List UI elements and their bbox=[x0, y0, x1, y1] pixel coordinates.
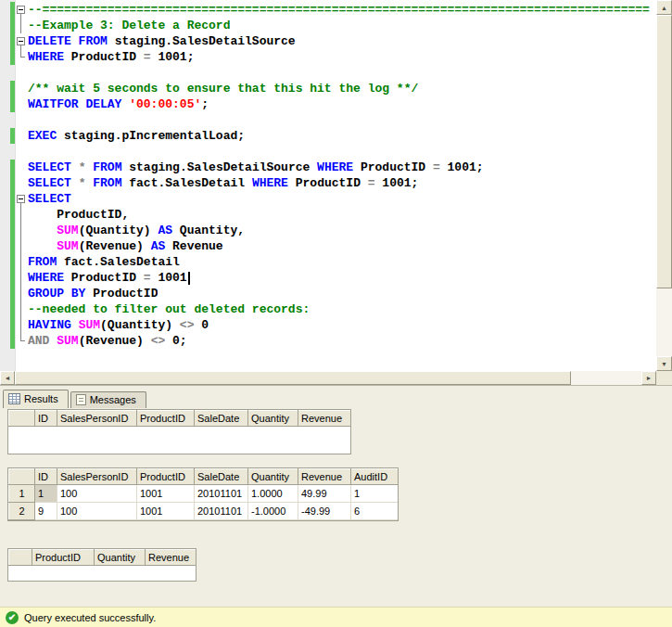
token: 1001; bbox=[151, 50, 195, 64]
code-line[interactable]: DELETE FROM staging.SalesDetailSource bbox=[0, 33, 656, 49]
column-header[interactable]: Quantity bbox=[248, 469, 298, 485]
code-line[interactable] bbox=[0, 144, 656, 160]
token: fact.SalesDetail bbox=[121, 176, 251, 190]
fold-end-tick bbox=[20, 340, 25, 341]
grid-cell[interactable]: 6 bbox=[351, 503, 399, 520]
grid-cell[interactable]: 1001 bbox=[137, 485, 195, 503]
column-header[interactable]: SaleDate bbox=[195, 469, 248, 485]
grid-cell[interactable]: 1.0000 bbox=[248, 485, 298, 503]
fold-line bbox=[20, 207, 21, 223]
grid-cell[interactable]: 20101101 bbox=[195, 485, 248, 503]
column-header[interactable]: SaleDate bbox=[195, 411, 248, 427]
column-header[interactable]: Revenue bbox=[298, 411, 351, 427]
code-line[interactable] bbox=[0, 112, 656, 128]
status-text: Query executed successfully. bbox=[24, 612, 156, 623]
token: ; bbox=[201, 97, 209, 111]
code-text: SELECT * FROM fact.SalesDetail WHERE Pro… bbox=[28, 175, 418, 191]
line-gutter bbox=[0, 175, 16, 191]
change-tracking-bar bbox=[10, 96, 15, 112]
token: WHERE bbox=[317, 160, 353, 174]
code-line[interactable]: WAITFOR DELAY '00:00:05'; bbox=[0, 96, 656, 112]
code-line[interactable]: WHERE ProductID = 1001; bbox=[0, 49, 656, 65]
column-header[interactable]: Revenue bbox=[146, 550, 197, 566]
code-line[interactable]: SUM(Quantity) AS Quantity, bbox=[0, 223, 656, 238]
fold-line bbox=[20, 238, 21, 254]
code-line[interactable]: FROM fact.SalesDetail bbox=[0, 254, 656, 270]
grid-cell[interactable]: 49.99 bbox=[298, 485, 351, 503]
row-header[interactable]: 2 bbox=[9, 503, 35, 520]
grid-cell[interactable]: 9 bbox=[35, 503, 57, 520]
column-header[interactable]: ProductID bbox=[137, 469, 195, 485]
scrollbar-corner bbox=[656, 371, 672, 385]
grid-cell[interactable]: 20101101 bbox=[195, 503, 248, 520]
fold-end-tick bbox=[20, 57, 25, 58]
column-header[interactable]: AuditID bbox=[351, 469, 399, 485]
editor-lines: --======================================… bbox=[0, 2, 656, 349]
code-line[interactable] bbox=[0, 65, 656, 81]
code-line[interactable]: SELECT * FROM fact.SalesDetail WHERE Pro… bbox=[0, 175, 656, 191]
select-all-corner[interactable] bbox=[9, 411, 35, 427]
token: fact.SalesDetail bbox=[57, 255, 180, 269]
scroll-up-button[interactable]: ▲ bbox=[656, 0, 672, 15]
select-all-corner[interactable] bbox=[9, 469, 35, 485]
code-line[interactable]: --======================================… bbox=[0, 2, 656, 18]
result-grid-table: IDSalesPersonIDProductIDSaleDateQuantity… bbox=[8, 410, 351, 427]
row-header[interactable]: 1 bbox=[9, 485, 35, 503]
code-line[interactable]: WHERE ProductID = 1001 bbox=[0, 270, 656, 286]
grid-cell[interactable]: 1 bbox=[35, 485, 57, 503]
code-line[interactable]: --needed to filter out deleted records: bbox=[0, 301, 656, 317]
arrow-down-icon: ▼ bbox=[661, 361, 667, 367]
fold-collapse-icon[interactable] bbox=[17, 195, 25, 203]
column-header[interactable]: ProductID bbox=[32, 550, 95, 566]
result-grid: IDSalesPersonIDProductIDSaleDateQuantity… bbox=[7, 409, 351, 454]
code-line[interactable]: EXEC staging.pIncrementalLoad; bbox=[0, 128, 656, 144]
token: SELECT bbox=[28, 176, 71, 190]
change-tracking-bar bbox=[10, 254, 15, 270]
code-line[interactable]: SELECT bbox=[0, 191, 656, 207]
column-header[interactable]: Quantity bbox=[95, 550, 146, 566]
minus-glyph bbox=[19, 41, 23, 42]
token: ProductID bbox=[288, 176, 368, 190]
editor-horizontal-scrollbar[interactable]: ◄ ► bbox=[0, 371, 656, 385]
code-line[interactable]: ProductID, bbox=[0, 207, 656, 223]
scroll-left-button[interactable]: ◄ bbox=[0, 371, 15, 385]
arrow-up-icon: ▲ bbox=[661, 5, 667, 11]
column-header[interactable]: ProductID bbox=[137, 411, 195, 427]
vertical-scroll-thumb[interactable] bbox=[656, 15, 672, 288]
grid-cell[interactable]: -1.0000 bbox=[248, 503, 298, 520]
editor-vertical-scrollbar[interactable]: ▲ ▼ bbox=[656, 0, 672, 371]
code-line[interactable]: /** wait 5 seconds to ensure that this h… bbox=[0, 81, 656, 96]
sql-editor[interactable]: --======================================… bbox=[0, 0, 656, 371]
grid-cell[interactable]: 100 bbox=[57, 485, 137, 503]
fold-collapse-icon[interactable] bbox=[17, 6, 25, 14]
line-gutter bbox=[0, 191, 16, 207]
grid-header-row: IDSalesPersonIDProductIDSaleDateQuantity… bbox=[9, 469, 399, 485]
code-text: SELECT bbox=[28, 191, 71, 207]
column-header[interactable]: ID bbox=[35, 469, 57, 485]
code-line[interactable]: SELECT * FROM staging.SalesDetailSource … bbox=[0, 160, 656, 175]
code-line[interactable]: HAVING SUM(Quantity) <> 0 bbox=[0, 317, 656, 333]
token: Revenue bbox=[165, 239, 222, 253]
grid-cell[interactable]: -49.99 bbox=[298, 503, 351, 520]
scroll-right-button[interactable]: ► bbox=[641, 371, 656, 385]
grid-cell[interactable]: 100 bbox=[57, 503, 137, 520]
column-header[interactable]: SalesPersonID bbox=[57, 469, 137, 485]
select-all-corner[interactable] bbox=[9, 550, 32, 566]
code-line[interactable]: SUM(Revenue) AS Revenue bbox=[0, 238, 656, 254]
horizontal-scroll-thumb[interactable] bbox=[15, 371, 571, 385]
change-tracking-bar bbox=[10, 175, 15, 191]
column-header[interactable]: Revenue bbox=[298, 469, 351, 485]
scroll-down-button[interactable]: ▼ bbox=[656, 356, 672, 371]
code-line[interactable]: AND SUM(Revenue) <> 0; bbox=[0, 333, 656, 349]
grid-cell[interactable]: 1 bbox=[351, 485, 399, 503]
code-line[interactable]: --Example 3: Delete a Record bbox=[0, 18, 656, 33]
code-line[interactable]: GROUP BY ProductID bbox=[0, 286, 656, 301]
fold-margin bbox=[16, 112, 28, 128]
grid-cell[interactable]: 1001 bbox=[137, 503, 195, 520]
line-gutter bbox=[0, 2, 16, 18]
change-tracking-bar bbox=[10, 128, 15, 144]
column-header[interactable]: Quantity bbox=[248, 411, 298, 427]
column-header[interactable]: ID bbox=[35, 411, 57, 427]
column-header[interactable]: SalesPersonID bbox=[57, 411, 137, 427]
fold-collapse-icon[interactable] bbox=[17, 37, 25, 45]
